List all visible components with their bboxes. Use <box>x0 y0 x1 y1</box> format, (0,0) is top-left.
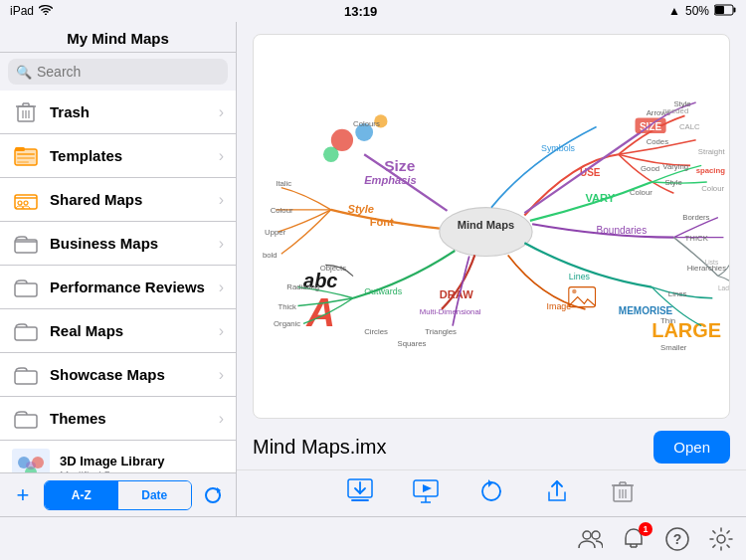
svg-text:Size: Size <box>384 157 415 174</box>
sidebar-list: Trash › Templates › Shared Maps › <box>0 91 236 472</box>
search-input[interactable] <box>37 64 220 80</box>
svg-text:Thick: Thick <box>278 302 296 311</box>
sidebar-item-templates[interactable]: Templates › <box>0 134 236 178</box>
svg-point-30 <box>26 462 36 469</box>
sort-group: A-Z Date <box>44 480 192 510</box>
showcase-maps-icon <box>12 361 40 389</box>
svg-rect-16 <box>17 161 29 163</box>
chevron-icon-real: › <box>219 322 224 340</box>
templates-icon <box>12 142 40 170</box>
svg-rect-24 <box>15 371 37 384</box>
file-item-3d[interactable]: 3D Image Library Modified 5 years ago <box>0 441 236 472</box>
sidebar-item-label-business: Business Maps <box>50 235 209 252</box>
sort-date-button[interactable]: Date <box>118 481 192 509</box>
svg-text:Mind Maps: Mind Maps <box>458 219 514 231</box>
svg-rect-1 <box>733 7 735 12</box>
svg-text:Good: Good <box>641 164 659 173</box>
svg-text:Italic: Italic <box>276 179 291 188</box>
chevron-icon-business: › <box>219 235 224 253</box>
real-maps-icon <box>12 317 40 345</box>
file-thumb-3d <box>12 449 50 473</box>
status-left: iPad <box>10 4 53 18</box>
sidebar-item-trash[interactable]: Trash › <box>0 91 236 134</box>
svg-text:Thin: Thin <box>660 316 675 325</box>
svg-rect-2 <box>715 6 724 14</box>
file-info-3d: 3D Image Library Modified 5 years ago <box>60 454 224 473</box>
content-area: Mind Maps USE Arrows Codes Good Colour S… <box>237 22 746 516</box>
svg-text:Triangles: Triangles <box>425 327 457 336</box>
sidebar-item-business-maps[interactable]: Business Maps › <box>0 222 236 266</box>
chevron-icon-themes: › <box>219 410 224 428</box>
search-icon: 🔍 <box>16 65 32 80</box>
svg-point-44 <box>440 208 532 257</box>
chevron-icon-performance: › <box>219 279 224 296</box>
svg-point-125 <box>717 535 725 543</box>
file-title-area: Mind Maps.imx <box>253 436 653 459</box>
svg-marker-109 <box>488 479 492 487</box>
sync-icon[interactable] <box>478 478 504 504</box>
svg-text:Smaller: Smaller <box>660 343 687 352</box>
svg-marker-108 <box>423 484 432 492</box>
delete-icon[interactable] <box>610 478 636 504</box>
sidebar-item-showcase-maps[interactable]: Showcase Maps › <box>0 353 236 397</box>
add-button[interactable]: + <box>8 480 38 510</box>
svg-rect-14 <box>17 153 35 155</box>
svg-text:Radiating: Radiating <box>286 282 319 291</box>
svg-text:Image: Image <box>547 301 572 311</box>
refresh-button[interactable] <box>198 480 228 510</box>
svg-text:THICK: THICK <box>685 234 709 243</box>
import-icon[interactable] <box>347 478 373 504</box>
svg-text:Varying: Varying <box>662 162 688 171</box>
sort-az-button[interactable]: A-Z <box>45 481 118 509</box>
notifications-icon[interactable]: 1 <box>621 526 647 552</box>
shared-maps-icon <box>12 186 40 214</box>
search-bar: 🔍 <box>0 53 236 91</box>
users-icon[interactable] <box>577 526 603 552</box>
sidebar-item-label-real: Real Maps <box>50 322 209 339</box>
sidebar-title: My Mind Maps <box>0 22 236 53</box>
svg-point-119 <box>592 531 600 539</box>
system-bar: 1 ? <box>0 516 746 560</box>
notification-badge: 1 <box>639 522 653 536</box>
chevron-icon-showcase: › <box>219 366 224 384</box>
share-icon[interactable] <box>544 478 570 504</box>
svg-text:Multi-Dimensional: Multi-Dimensional <box>420 307 481 316</box>
sidebar-item-real-maps[interactable]: Real Maps › <box>0 309 236 353</box>
themes-icon <box>12 405 40 433</box>
file-title: Mind Maps.imx <box>253 436 386 458</box>
sidebar-item-themes[interactable]: Themes › <box>0 397 236 441</box>
business-maps-icon <box>12 230 40 258</box>
svg-text:Borders: Borders <box>682 213 709 222</box>
action-icons-row <box>237 469 746 516</box>
status-time: 13:19 <box>344 4 377 19</box>
file-name-3d: 3D Image Library <box>60 454 224 468</box>
svg-text:Colour: Colour <box>271 206 293 215</box>
svg-point-57 <box>323 146 339 162</box>
sidebar-item-label-trash: Trash <box>50 103 209 120</box>
present-icon[interactable] <box>413 478 439 504</box>
help-icon[interactable]: ? <box>664 526 690 552</box>
sidebar-item-label-shared: Shared Maps <box>50 191 209 208</box>
sidebar-item-shared-maps[interactable]: Shared Maps › <box>0 178 236 222</box>
sidebar-bottom: + A-Z Date <box>0 472 236 516</box>
sidebar-item-performance-reviews[interactable]: Performance Reviews › <box>0 266 236 309</box>
file-actions-row: Mind Maps.imx Open <box>237 427 746 469</box>
svg-text:Style: Style <box>665 178 682 187</box>
settings-icon[interactable] <box>708 526 734 552</box>
svg-text:Colours: Colours <box>353 119 380 128</box>
status-right: ▲ 50% <box>668 4 736 19</box>
svg-text:spacing: spacing <box>696 166 726 175</box>
ipad-label: iPad <box>10 4 34 18</box>
bluetooth-icon: ▲ <box>668 4 680 18</box>
svg-text:Circles: Circles <box>364 327 388 336</box>
svg-text:Squares: Squares <box>398 339 427 348</box>
svg-text:Emphasis: Emphasis <box>364 174 416 186</box>
svg-text:?: ? <box>673 531 682 547</box>
trash-icon <box>12 98 40 126</box>
svg-text:Symbols: Symbols <box>541 143 576 153</box>
chevron-icon-shared: › <box>219 191 224 209</box>
search-input-wrap[interactable]: 🔍 <box>8 59 228 85</box>
svg-text:Colour: Colour <box>701 184 724 193</box>
open-button[interactable]: Open <box>653 431 730 464</box>
svg-point-118 <box>583 531 591 539</box>
